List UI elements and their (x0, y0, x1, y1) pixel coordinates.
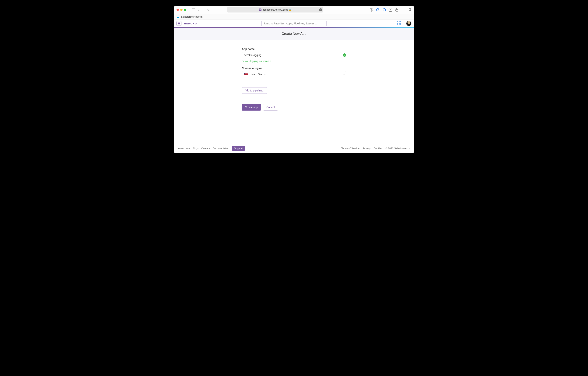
page-title: Create New App (282, 32, 306, 36)
region-value: United States (250, 73, 265, 76)
svg-rect-0 (192, 9, 195, 11)
svg-rect-12 (409, 9, 411, 11)
back-button[interactable] (206, 8, 210, 12)
footer-copyright: © 2022 Salesforce.com (386, 147, 411, 150)
availability-app-name: heroku-logging (242, 60, 258, 63)
sidebar-dropdown-icon[interactable]: ⌄ (196, 8, 201, 12)
salesforce-bar: ☁ Salesforce Platform (174, 14, 414, 20)
close-window-button[interactable] (177, 9, 179, 11)
footer: heroku.com Blogs Careers Documentation S… (174, 143, 414, 153)
select-arrows-icon: ▴▾ (344, 73, 345, 75)
app-name-label: App name (242, 48, 346, 51)
availability-text: is available (258, 60, 271, 63)
downloads-icon[interactable] (369, 8, 373, 12)
maximize-window-button[interactable] (184, 9, 186, 11)
footer-link-documentation[interactable]: Documentation (213, 147, 229, 150)
tabs-icon[interactable] (408, 8, 411, 12)
url-bar[interactable]: H dashboard.heroku.com 🔒 ••• (227, 7, 323, 12)
salesforce-label: Salesforce Platform (181, 15, 202, 18)
extension-circle-icon[interactable] (376, 8, 380, 12)
notion-extension-icon[interactable]: N (389, 8, 392, 11)
new-tab-icon[interactable] (401, 8, 405, 12)
divider (242, 82, 346, 82)
share-icon[interactable] (395, 8, 399, 12)
svg-point-6 (383, 9, 386, 11)
create-app-button[interactable]: Create app (242, 104, 261, 111)
salesforce-cloud-icon: ☁ (177, 15, 179, 19)
footer-link-tos[interactable]: Terms of Service (341, 147, 359, 150)
footer-link-privacy[interactable]: Privacy (362, 147, 371, 150)
check-circle-icon: ✓ (343, 54, 346, 57)
global-search-input[interactable] (262, 21, 326, 26)
svg-rect-11 (408, 9, 410, 11)
lock-icon: 🔒 (289, 9, 291, 11)
heroku-brand-text[interactable]: HEROKU (184, 22, 197, 25)
page-settings-icon[interactable]: ••• (319, 8, 322, 11)
divider (242, 99, 346, 99)
add-to-pipeline-button[interactable]: Add to pipeline... (242, 87, 267, 94)
cancel-button[interactable]: Cancel (263, 104, 278, 111)
footer-link-heroku[interactable]: heroku.com (177, 147, 190, 150)
browser-window: ⌄ H dashboard.heroku.com 🔒 ••• N ☁ Sales… (174, 6, 414, 153)
heroku-header: H HEROKU (174, 20, 414, 28)
svg-line-5 (377, 9, 379, 11)
app-switcher-icon[interactable] (397, 21, 401, 26)
us-flag-icon (244, 73, 248, 75)
region-select[interactable]: United States ▴▾ (242, 71, 346, 77)
region-label: Choose a region (242, 67, 346, 70)
window-controls (177, 9, 186, 11)
footer-right: Terms of Service Privacy Cookies © 2022 … (341, 147, 411, 150)
app-name-input[interactable] (242, 52, 341, 58)
create-app-form: App name ✓ heroku-logging is available C… (242, 48, 346, 111)
footer-link-careers[interactable]: Careers (201, 147, 210, 150)
user-avatar[interactable] (406, 21, 411, 26)
sidebar-toggle-icon[interactable] (191, 8, 196, 12)
availability-message: heroku-logging is available (242, 60, 346, 63)
support-button[interactable]: Support (232, 146, 245, 151)
heroku-logo-icon[interactable]: H (177, 21, 181, 26)
extension-info-icon[interactable] (382, 8, 386, 12)
footer-link-cookies[interactable]: Cookies (374, 147, 383, 150)
heroku-favicon-icon: H (259, 9, 262, 11)
minimize-window-button[interactable] (180, 9, 183, 11)
footer-link-blogs[interactable]: Blogs (192, 147, 199, 150)
safari-right-icons: N (369, 8, 411, 12)
footer-left-links: heroku.com Blogs Careers Documentation (177, 147, 229, 150)
url-text: dashboard.heroku.com (262, 8, 288, 11)
page-title-bar: Create New App (174, 28, 414, 40)
safari-toolbar: ⌄ H dashboard.heroku.com 🔒 ••• N (174, 6, 414, 14)
